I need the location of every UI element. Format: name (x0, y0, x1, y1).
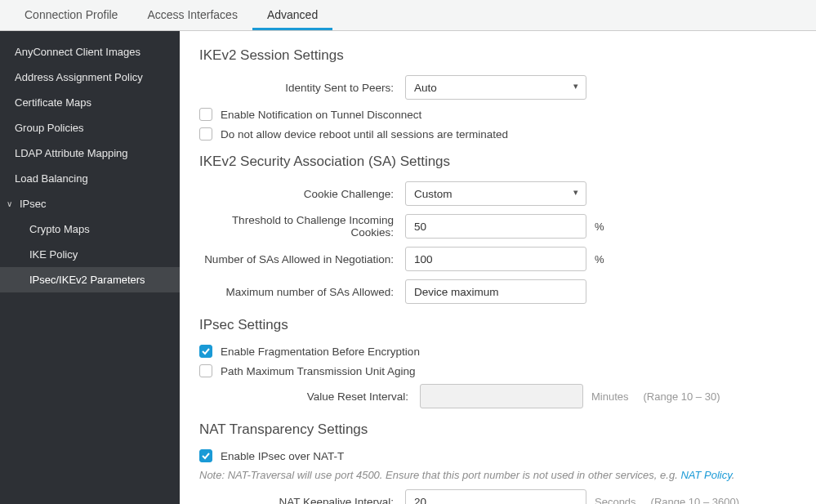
sidebar-item-crypto-maps[interactable]: Crypto Maps (0, 216, 180, 242)
sidebar-item-ldap-mapping[interactable]: LDAP Attribute Mapping (0, 140, 180, 166)
sidebar-item-group-policies[interactable]: Group Policies (0, 115, 180, 140)
content-panel: IKEv2 Session Settings Identity Sent to … (180, 31, 816, 504)
identity-sent-label: Identity Sent to Peers: (199, 82, 405, 94)
value-reset-input (420, 384, 583, 408)
range-10-3600-hint: (Range 10 – 3600) (651, 496, 739, 505)
pmtu-aging-checkbox[interactable] (199, 364, 212, 377)
max-sas-label: Maximum number of SAs Allowed: (199, 286, 405, 298)
seconds-suffix: Seconds (595, 496, 636, 505)
cookie-challenge-label: Cookie Challenge: (199, 188, 405, 200)
nat-note-suffix: . (732, 469, 735, 481)
sidebar-item-address-assignment[interactable]: Address Assignment Policy (0, 65, 180, 90)
enable-fragmentation-checkbox[interactable] (199, 345, 212, 358)
range-10-30-hint: (Range 10 – 30) (644, 390, 720, 403)
tab-access-interfaces[interactable]: Access Interfaces (132, 0, 252, 30)
tab-connection-profile[interactable]: Connection Profile (10, 0, 132, 30)
minutes-suffix: Minutes (591, 390, 629, 403)
no-reboot-label: Do not allow device reboot until all ses… (221, 128, 508, 140)
enable-notification-checkbox[interactable] (199, 108, 212, 121)
sidebar-item-certificate-maps[interactable]: Certificate Maps (0, 90, 180, 115)
nat-keepalive-input[interactable] (405, 489, 586, 504)
enable-fragmentation-label: Enable Fragmentation Before Encryption (221, 346, 420, 358)
sidebar-item-anyconnect[interactable]: AnyConnect Client Images (0, 39, 180, 65)
section-ipsec-settings: IPsec Settings (199, 317, 796, 333)
top-tabs: Connection Profile Access Interfaces Adv… (0, 0, 816, 31)
enable-notification-label: Enable Notification on Tunnel Disconnect (221, 109, 421, 121)
pmtu-aging-label: Path Maximum Transmission Unit Aging (221, 365, 416, 377)
sidebar-item-ipsec-ikev2[interactable]: IPsec/IKEv2 Parameters (0, 267, 180, 292)
sidebar-item-ike-policy[interactable]: IKE Policy (0, 242, 180, 267)
nat-note-prefix: Note: NAT-Traversal will use port 4500. … (199, 469, 680, 481)
nat-note: Note: NAT-Traversal will use port 4500. … (199, 469, 796, 481)
num-sas-neg-input[interactable] (405, 247, 586, 271)
percent-suffix: % (595, 221, 604, 233)
nat-keepalive-label: NAT Keepalive Interval: (199, 496, 405, 505)
threshold-cookies-label: Threshold to Challenge Incoming Cookies: (199, 214, 405, 239)
num-sas-neg-label: Number of SAs Allowed in Negotiation: (199, 253, 405, 265)
enable-nat-t-checkbox[interactable] (199, 449, 212, 462)
chevron-down-icon: ∨ (7, 199, 16, 208)
threshold-cookies-input[interactable] (405, 214, 586, 239)
section-ikev2-sa: IKEv2 Security Association (SA) Settings (199, 154, 796, 170)
nat-policy-link[interactable]: NAT Policy (680, 469, 731, 481)
sidebar-item-ipsec[interactable]: ∨ IPsec (0, 191, 180, 216)
no-reboot-checkbox[interactable] (199, 127, 212, 140)
percent-suffix-2: % (595, 253, 604, 265)
section-nat-transparency: NAT Transparency Settings (199, 421, 796, 438)
enable-nat-t-label: Enable IPsec over NAT-T (221, 450, 344, 462)
value-reset-label: Value Reset Interval: (199, 390, 420, 403)
identity-sent-select[interactable]: Auto (405, 75, 586, 100)
max-sas-input[interactable] (405, 279, 586, 304)
sidebar-item-label: IPsec (20, 198, 47, 210)
cookie-challenge-select[interactable]: Custom (405, 181, 586, 206)
sidebar: AnyConnect Client Images Address Assignm… (0, 31, 180, 504)
tab-advanced[interactable]: Advanced (252, 0, 332, 30)
section-ikev2-session: IKEv2 Session Settings (199, 47, 796, 64)
sidebar-item-load-balancing[interactable]: Load Balancing (0, 166, 180, 191)
